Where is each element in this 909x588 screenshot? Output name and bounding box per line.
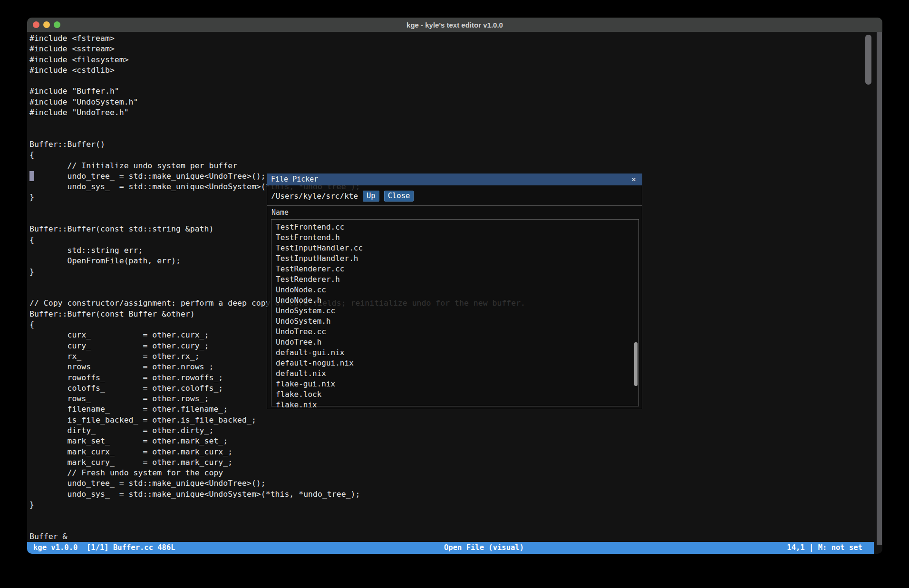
code-line <box>29 521 882 531</box>
file-list-item[interactable]: TestFrontend.h <box>271 232 638 243</box>
status-cursor-info: 14,1 | M: not set <box>787 543 862 552</box>
file-list-item[interactable]: TestInputHandler.h <box>271 253 638 264</box>
status-mode: Open File (visual) <box>444 543 524 552</box>
path-row: /Users/kyle/src/kte Up Close <box>271 190 414 202</box>
file-list-item[interactable]: default-nogui.nix <box>271 358 638 368</box>
file-list-item[interactable]: TestFrontend.cc <box>271 222 638 232</box>
file-list-item[interactable]: UndoSystem.h <box>271 316 638 327</box>
code-line: dirty_ = other.dirty_; <box>29 425 882 436</box>
code-line <box>29 129 882 139</box>
file-picker-dialog: File Picker ✕ /Users/kyle/src/kte Up Clo… <box>267 174 642 409</box>
code-line <box>29 76 882 86</box>
code-line: Buffer & <box>29 531 882 542</box>
editor-scrollbar-track[interactable] <box>877 32 882 545</box>
file-list-items: TestFrontend.ccTestFrontend.hTestInputHa… <box>271 220 638 410</box>
file-list-item[interactable]: default-gui.nix <box>271 347 638 358</box>
file-picker-title: File Picker <box>271 175 318 183</box>
close-icon[interactable]: ✕ <box>629 174 638 185</box>
code-line: #include "UndoTree.h" <box>29 107 882 118</box>
file-picker-titlebar: File Picker ✕ <box>267 174 642 185</box>
file-list-item[interactable]: flake.lock <box>271 389 638 400</box>
code-line: { <box>29 150 882 160</box>
up-button[interactable]: Up <box>363 191 379 202</box>
file-list-item[interactable]: TestInputHandler.cc <box>271 243 638 253</box>
code-line: } <box>29 500 882 510</box>
code-line: mark_curx_ = other.mark_curx_; <box>29 447 882 457</box>
code-line <box>29 510 882 521</box>
close-button[interactable]: Close <box>384 191 414 202</box>
file-list-item[interactable]: UndoNode.h <box>271 295 638 306</box>
file-list-item[interactable]: default.nix <box>271 368 638 379</box>
code-line: undo_sys_ = std::make_unique<UndoSystem>… <box>29 489 882 500</box>
code-line <box>29 118 882 128</box>
file-list: TestFrontend.ccTestFrontend.hTestInputHa… <box>271 219 639 406</box>
code-line: #include <fstream> <box>29 33 882 44</box>
file-list-item[interactable]: flake-gui.nix <box>271 379 638 389</box>
window-titlebar: kge - kyle's text editor v1.0.0 <box>27 18 882 32</box>
code-line: mark_cury_ = other.mark_cury_; <box>29 457 882 468</box>
editor-scrollbar-thumb[interactable] <box>865 35 871 85</box>
code-line: #include <filesystem> <box>29 55 882 65</box>
file-list-item[interactable]: UndoTree.cc <box>271 327 638 337</box>
file-list-item[interactable]: UndoNode.cc <box>271 285 638 295</box>
code-line: // Initialize undo system per buffer <box>29 161 882 171</box>
code-line: // Fresh undo system for the copy <box>29 468 882 478</box>
file-list-item[interactable]: TestRenderer.cc <box>271 264 638 274</box>
code-line: #include "Buffer.h" <box>29 86 882 96</box>
code-line: undo_tree_ = std::make_unique<UndoTree>(… <box>29 478 882 489</box>
column-header-name: Name <box>271 208 289 217</box>
file-list-item[interactable]: UndoTree.h <box>271 337 638 347</box>
status-file-info: kge v1.0.0 [1/1] Buffer.cc 486L <box>33 543 175 552</box>
code-line: mark_set_ = other.mark_set_; <box>29 436 882 446</box>
file-list-item[interactable]: flake.nix <box>271 400 638 410</box>
code-line: is_file_backed_ = other.is_file_backed_; <box>29 415 882 425</box>
current-path: /Users/kyle/src/kte <box>271 192 358 201</box>
code-line: #include <sstream> <box>29 44 882 54</box>
file-list-item[interactable]: TestRenderer.h <box>271 274 638 285</box>
file-list-item[interactable]: UndoSystem.cc <box>271 306 638 316</box>
window-title: kge - kyle's text editor v1.0.0 <box>27 18 882 32</box>
file-list-scrollbar-thumb[interactable] <box>634 342 638 386</box>
code-line: #include <cstdlib> <box>29 65 882 76</box>
divider <box>267 205 642 206</box>
code-line: Buffer::Buffer() <box>29 139 882 150</box>
code-line: #include "UndoSystem.h" <box>29 97 882 107</box>
status-bar: kge v1.0.0 [1/1] Buffer.cc 486L Open Fil… <box>27 542 874 554</box>
text-cursor <box>29 171 34 181</box>
